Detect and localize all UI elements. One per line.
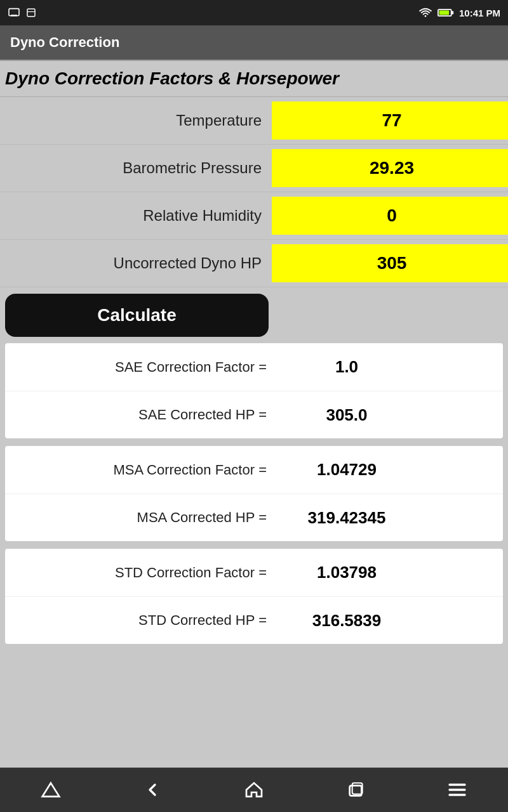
nav-up-button[interactable] — [30, 775, 71, 805]
std-result-group: STD Correction Factor = 1.03798 STD Corr… — [5, 549, 503, 644]
up-icon — [41, 780, 61, 800]
relative-humidity-input[interactable] — [272, 197, 508, 235]
std-corrected-hp-value: 316.5839 — [277, 603, 417, 638]
sae-correction-factor-row: SAE Correction Factor = 1.0 — [5, 343, 503, 391]
std-correction-factor-value: 1.03798 — [277, 555, 417, 590]
input-section: Temperature F Barometric Pressure in Hg … — [0, 97, 508, 287]
svg-rect-2 — [27, 9, 35, 16]
sae-correction-factor-label: SAE Correction Factor = — [10, 359, 277, 376]
main-content: Dyno Correction Factors & Horsepower Tem… — [0, 61, 508, 768]
msa-corrected-hp-value: 319.42345 — [277, 501, 417, 535]
svg-marker-7 — [43, 783, 60, 796]
relative-humidity-row: Relative Humidity % — [0, 192, 508, 240]
msa-correction-factor-row: MSA Correction Factor = 1.04729 — [5, 446, 503, 494]
temperature-label: Temperature — [5, 112, 272, 129]
relative-humidity-label: Relative Humidity — [5, 207, 272, 225]
status-time: 10:41 PM — [459, 8, 500, 18]
sae-correction-factor-value: 1.0 — [277, 350, 417, 384]
uncorrected-dyno-hp-row: Uncorrected Dyno HP optional — [0, 240, 508, 287]
notification-icon-2 — [25, 7, 37, 18]
uncorrected-dyno-hp-input[interactable] — [272, 244, 508, 282]
wifi-icon — [418, 7, 432, 18]
std-corrected-hp-label: STD Corrected HP = — [10, 612, 277, 629]
sae-corrected-hp-value: 305.0 — [277, 398, 417, 433]
barometric-pressure-row: Barometric Pressure in Hg — [0, 145, 508, 192]
temperature-row: Temperature F — [0, 97, 508, 145]
app-bar: Dyno Correction — [0, 25, 508, 60]
msa-corrected-hp-row: MSA Corrected HP = 319.42345 — [5, 494, 503, 541]
msa-result-group: MSA Correction Factor = 1.04729 MSA Corr… — [5, 446, 503, 541]
svg-rect-5 — [451, 11, 453, 14]
calculate-button[interactable]: Calculate — [5, 294, 269, 337]
app-title: Dyno Correction — [10, 34, 119, 50]
back-icon — [142, 780, 163, 800]
notification-icon-1 — [8, 8, 20, 18]
sae-corrected-hp-row: SAE Corrected HP = 305.0 — [5, 391, 503, 438]
status-left-icons — [8, 7, 37, 18]
nav-home-button[interactable] — [234, 775, 274, 805]
menu-icon — [447, 780, 467, 800]
sae-result-group: SAE Correction Factor = 1.0 SAE Correcte… — [5, 343, 503, 438]
msa-correction-factor-value: 1.04729 — [277, 452, 417, 487]
bottom-nav — [0, 768, 508, 812]
msa-corrected-hp-label: MSA Corrected HP = — [10, 509, 277, 526]
temperature-input[interactable] — [272, 102, 508, 140]
barometric-pressure-input[interactable] — [272, 149, 508, 187]
battery-icon — [438, 8, 454, 18]
barometric-pressure-label: Barometric Pressure — [5, 159, 272, 177]
std-correction-factor-label: STD Correction Factor = — [10, 565, 277, 581]
std-correction-factor-row: STD Correction Factor = 1.03798 — [5, 549, 503, 596]
msa-correction-factor-label: MSA Correction Factor = — [10, 462, 277, 478]
nav-recents-button[interactable] — [335, 775, 376, 805]
home-icon — [244, 780, 264, 800]
status-bar: 10:41 PM — [0, 0, 508, 25]
status-right-icons: 10:41 PM — [418, 7, 500, 18]
svg-rect-6 — [439, 11, 450, 15]
std-corrected-hp-row: STD Corrected HP = 316.5839 — [5, 596, 503, 644]
uncorrected-dyno-hp-label: Uncorrected Dyno HP — [5, 254, 272, 272]
svg-rect-0 — [9, 9, 19, 16]
page-title: Dyno Correction Factors & Horsepower — [0, 61, 508, 97]
recents-icon — [345, 780, 366, 800]
nav-menu-button[interactable] — [437, 775, 478, 805]
sae-corrected-hp-label: SAE Corrected HP = — [10, 407, 277, 423]
svg-rect-1 — [11, 15, 17, 16]
nav-back-button[interactable] — [132, 775, 173, 805]
